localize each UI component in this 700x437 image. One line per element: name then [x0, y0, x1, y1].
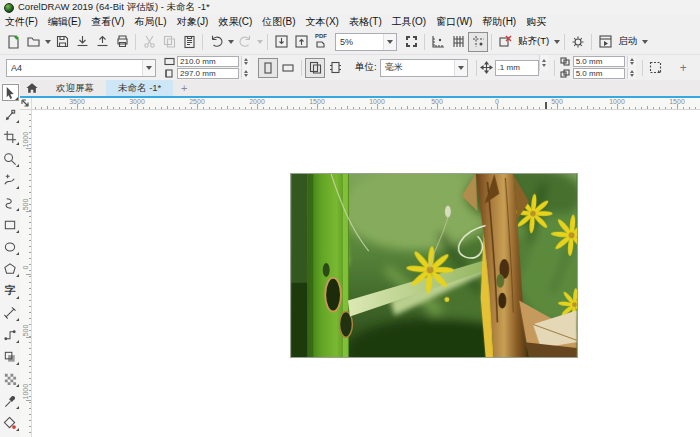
page-size-combo-arrow[interactable]	[142, 60, 155, 76]
h-ruler-tick	[389, 107, 390, 109]
launch-icon[interactable]	[595, 32, 615, 52]
placed-image[interactable]	[290, 173, 578, 358]
h-ruler-tick	[401, 107, 402, 109]
tab-document[interactable]: 未命名 -1*	[106, 80, 173, 96]
ellipse-tool[interactable]	[2, 238, 19, 255]
save-button[interactable]	[52, 32, 72, 52]
polygon-tool[interactable]	[2, 260, 19, 277]
menu-item-object[interactable]: 对象(J)	[172, 15, 214, 29]
open-button[interactable]	[23, 32, 43, 52]
v-ruler-tick	[29, 276, 31, 277]
menu-item-tools[interactable]: 工具(O)	[387, 15, 431, 29]
pick-tool[interactable]	[2, 84, 19, 101]
zoom-tool[interactable]	[2, 150, 19, 167]
menu-item-help[interactable]: 帮助(H)	[477, 15, 521, 29]
home-tab[interactable]	[20, 80, 44, 96]
dimension-tool[interactable]	[2, 304, 19, 321]
zoom-level-combo[interactable]: 5%	[335, 33, 397, 51]
page-size-combo[interactable]: A4	[6, 59, 156, 77]
zoom-combo-arrow[interactable]	[383, 34, 396, 50]
show-rulers-button[interactable]	[428, 32, 448, 52]
snap-dropdown-arrow[interactable]	[552, 40, 561, 44]
full-screen-preview-button[interactable]	[401, 32, 421, 52]
menu-item-layout[interactable]: 布局(L)	[129, 15, 171, 29]
drop-shadow-tool[interactable]	[2, 348, 19, 365]
crop-tool[interactable]	[2, 128, 19, 145]
page-height-field[interactable]: 297.0 mm	[177, 68, 239, 79]
page-height-spinner[interactable]	[241, 68, 250, 79]
text-tool[interactable]: 字	[2, 282, 19, 299]
ruler-origin-button[interactable]	[20, 98, 32, 110]
print-button[interactable]	[112, 32, 132, 52]
duplicate-x-spinner[interactable]	[627, 56, 636, 67]
menu-item-effects[interactable]: 效果(C)	[213, 15, 257, 29]
open-from-cloud-button[interactable]	[72, 32, 92, 52]
show-grid-button[interactable]	[448, 32, 468, 52]
shape-tool[interactable]	[2, 106, 19, 123]
h-ruler-label: 0	[495, 98, 499, 105]
open-dropdown-arrow[interactable]	[43, 40, 52, 44]
current-page-size-button[interactable]	[325, 58, 345, 78]
toolbar-separator	[491, 34, 492, 50]
h-ruler-tick	[125, 107, 126, 109]
duplicate-x-field[interactable]: 5.0 mm	[573, 56, 625, 67]
options-button[interactable]	[568, 32, 588, 52]
drawing-canvas[interactable]	[32, 110, 700, 437]
portrait-orientation-button[interactable]	[258, 58, 278, 78]
snap-off-button[interactable]	[495, 32, 515, 52]
all-pages-size-button[interactable]	[305, 58, 325, 78]
menu-item-buy[interactable]: 购买	[521, 15, 551, 29]
toolbar-separator	[202, 34, 203, 50]
eyedropper-tool[interactable]	[2, 392, 19, 409]
h-ruler-tick	[533, 107, 534, 109]
launch-label[interactable]: 启动	[618, 35, 637, 48]
units-combo-arrow[interactable]	[454, 60, 467, 76]
menu-item-edit[interactable]: 编辑(E)	[43, 15, 86, 29]
tab-welcome-screen[interactable]: 欢迎屏幕	[44, 80, 106, 96]
vertical-ruler[interactable]: 100050005001000	[20, 110, 32, 437]
customize-add-button[interactable]: +	[680, 61, 687, 75]
launch-dropdown-arrow[interactable]	[640, 40, 649, 44]
interactive-fill-tool[interactable]	[2, 414, 19, 431]
new-document-tab-button[interactable]: +	[173, 80, 195, 96]
artistic-media-tool[interactable]	[2, 194, 19, 211]
menu-item-text[interactable]: 文本(X)	[301, 15, 344, 29]
paste-button[interactable]	[179, 32, 199, 52]
horizontal-ruler[interactable]: 350030002500200015001000500050010001500	[32, 98, 700, 110]
h-ruler-tick	[167, 106, 168, 109]
menu-item-view[interactable]: 查看(V)	[86, 15, 129, 29]
h-ruler-label: 2500	[189, 98, 205, 105]
freehand-tool[interactable]	[2, 172, 19, 189]
transparency-tool[interactable]	[2, 370, 19, 387]
undo-dropdown-arrow[interactable]	[226, 40, 235, 44]
treat-as-filled-button[interactable]	[646, 58, 666, 78]
units-combo[interactable]: 毫米	[380, 59, 468, 77]
page-width-icon	[164, 57, 175, 66]
h-ruler-tick	[359, 107, 360, 109]
connector-tool[interactable]	[2, 326, 19, 343]
new-document-button[interactable]	[3, 32, 23, 52]
menu-item-file[interactable]: 文件(F)	[0, 15, 43, 29]
show-guidelines-button[interactable]	[468, 32, 488, 52]
page-width-field[interactable]: 210.0 mm	[177, 56, 239, 67]
export-button[interactable]	[291, 32, 311, 52]
menu-item-bitmaps[interactable]: 位图(B)	[257, 15, 300, 29]
save-to-cloud-button[interactable]	[92, 32, 112, 52]
snap-to-label[interactable]: 贴齐(T)	[518, 35, 549, 48]
h-ruler-label: 1000	[369, 98, 385, 105]
menu-item-window[interactable]: 窗口(W)	[431, 15, 477, 29]
landscape-orientation-button[interactable]	[278, 58, 298, 78]
page-width-spinner[interactable]	[241, 56, 250, 67]
nudge-distance-field[interactable]: .1 mm	[495, 60, 539, 76]
duplicate-y-field[interactable]: 5.0 mm	[573, 68, 625, 79]
h-ruler-tick	[539, 107, 540, 109]
publish-to-pdf-button[interactable]: PDF	[311, 32, 331, 52]
v-ruler-tick	[29, 132, 31, 133]
duplicate-y-spinner[interactable]	[627, 68, 636, 79]
menu-item-table[interactable]: 表格(T)	[344, 15, 387, 29]
rectangle-tool[interactable]	[2, 216, 19, 233]
h-ruler-tick	[527, 106, 528, 109]
import-button[interactable]	[271, 32, 291, 52]
undo-button[interactable]	[206, 32, 226, 52]
nudge-spinner[interactable]	[539, 55, 548, 71]
